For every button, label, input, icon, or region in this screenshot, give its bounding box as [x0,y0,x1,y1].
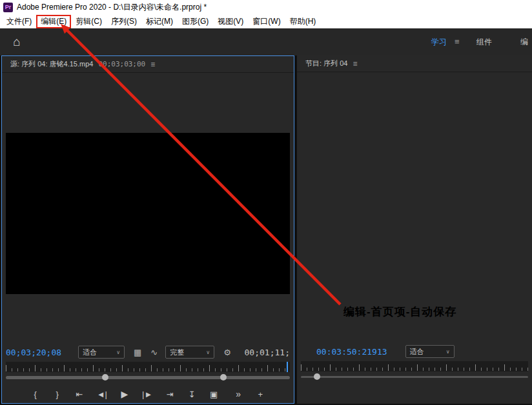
source-controls: 00;03;20;08 适合 ∨ ▦ ∿ 完整 ∨ ⚙ 00;01;11; [6,345,290,359]
source-video-preview[interactable] [6,133,290,294]
source-panel-header: 源: 序列 04: 唐铭4.15.mp4 00;03;03;00 ≡ [2,56,294,73]
go-to-out-button[interactable]: ⇥ [165,390,174,399]
scrollbar-track[interactable] [6,376,290,379]
program-monitor-panel: 节目: 序列 04 ≡ 00:03:50:21913 适合 ∨ [297,55,532,404]
menu-window[interactable]: 窗口(W) [248,15,285,28]
step-back-button[interactable]: ◄| [97,390,107,399]
menu-bar: 文件(F) 编辑(E) 剪辑(C) 序列(S) 标记(M) 图形(G) 视图(V… [0,14,532,28]
program-position-timecode[interactable]: 00:03:50:21913 [316,347,387,357]
source-zoom-value: 适合 [83,348,97,357]
scrollbar-handle[interactable] [314,373,320,380]
mark-in-button[interactable]: { [31,390,40,399]
mark-out-button[interactable]: } [53,390,62,399]
workspace-tab-learning[interactable]: 学习 [431,37,447,48]
wrench-settings-icon[interactable]: ⚙ [223,348,231,357]
program-zoom-select[interactable]: 适合 ∨ [405,345,455,358]
workspace-menu-icon[interactable]: ≡ [455,37,460,46]
workspace-tab-edit[interactable]: 编 [520,37,528,48]
menu-edit[interactable]: 编辑(E) [36,15,71,28]
chevron-down-icon: ∨ [446,349,450,355]
menu-sequence[interactable]: 序列(S) [107,15,141,28]
source-playhead[interactable] [287,362,288,372]
menu-help[interactable]: 帮助(H) [285,15,321,28]
menu-view[interactable]: 视图(V) [213,15,248,28]
add-button[interactable]: + [256,390,265,399]
source-resolution-select[interactable]: 完整 ∨ [165,346,214,359]
source-zoom-select[interactable]: 适合 ∨ [78,346,125,359]
scrollbar-track[interactable] [301,376,528,378]
home-icon[interactable]: ⌂ [9,34,25,50]
program-zoom-scrollbar[interactable] [301,373,528,380]
scrollbar-handle-left[interactable] [102,374,108,380]
program-zoom-value: 适合 [410,347,424,357]
menu-clip[interactable]: 剪辑(C) [71,15,107,28]
overwrite-button[interactable]: ▣ [209,390,218,399]
program-controls: 00:03:50:21913 适合 ∨ [301,344,528,359]
source-duration-timecode: 00;01;11; [245,348,290,357]
source-time-ruler[interactable] [6,362,290,372]
source-zoom-scrollbar[interactable] [6,373,290,381]
go-to-in-button[interactable]: ⇤ [75,390,84,399]
source-tab-label[interactable]: 源: 序列 04: 唐铭4.15.mp4 [10,59,93,69]
source-tab-timecode: 00;03;03;00 [98,60,145,68]
source-position-timecode[interactable]: 00;03;20;08 [6,348,68,357]
source-resolution-value: 完整 [170,348,184,357]
step-forward-button[interactable]: |► [142,390,152,399]
play-button[interactable]: ▶ [120,389,129,399]
title-bar: Pr Adobe Premiere Pro 2020 - D:\目录内容\未命名… [0,0,532,14]
drag-video-icon[interactable]: ▦ [134,348,141,357]
chevron-down-icon: ∨ [116,350,120,355]
program-tab-label[interactable]: 节目: 序列 04 [305,59,347,68]
menu-graphics[interactable]: 图形(G) [178,15,213,28]
source-panel-menu-icon[interactable]: ≡ [150,60,155,69]
program-panel-header: 节目: 序列 04 ≡ [297,55,532,72]
window-title: Adobe Premiere Pro 2020 - D:\目录内容\未命名.pr… [17,2,207,13]
source-monitor-panel: 源: 序列 04: 唐铭4.15.mp4 00;03;03;00 ≡ 00;03… [1,55,294,404]
program-time-ruler[interactable] [301,361,528,371]
program-panel-menu-icon[interactable]: ≡ [353,59,357,68]
annotation-label: 编辑-首页项-自动保存 [343,304,456,319]
app-area: ⌂ 学习 ≡ 组件 编 源: 序列 04: 唐铭4.15.mp4 00;03;0… [0,28,532,405]
premiere-app-icon: Pr [3,3,13,12]
button-editor-button[interactable]: » [234,389,243,399]
chevron-down-icon: ∨ [206,350,210,355]
transport-controls: { } ⇤ ◄| ▶ |► ⇥ ↧ ▣ » + [2,385,294,403]
drag-audio-icon[interactable]: ∿ [150,348,158,357]
menu-markers[interactable]: 标记(M) [141,15,178,28]
scrollbar-handle-right[interactable] [220,374,227,380]
workspace-toolbar: ⌂ 学习 ≡ 组件 编 [0,28,532,55]
menu-file[interactable]: 文件(F) [2,15,36,28]
workspace-tab-components[interactable]: 组件 [476,37,492,48]
insert-button[interactable]: ↧ [187,390,196,399]
